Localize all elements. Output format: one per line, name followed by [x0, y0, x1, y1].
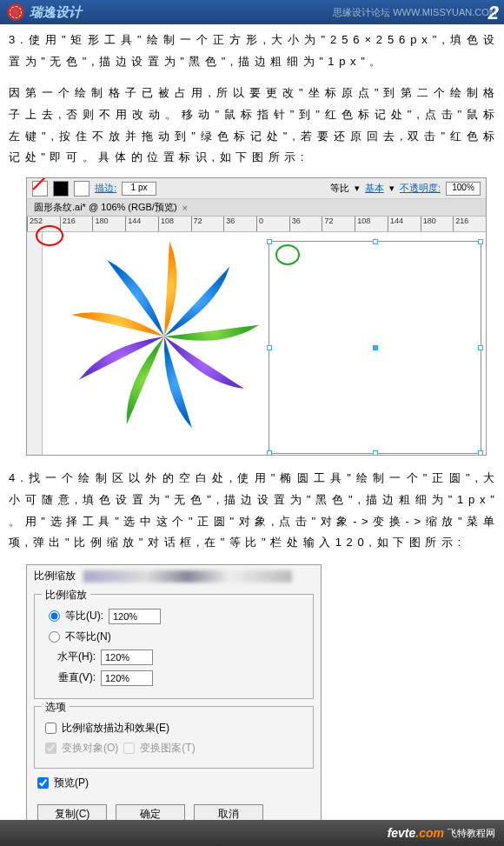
paragraph-step3: 3 . 使 用 " 矩 形 工 具 " 绘 制 一 个 正 方 形 , 大 小 … — [0, 24, 504, 77]
red-marker-icon — [36, 225, 63, 246]
page-number: 2 — [488, 2, 499, 24]
preview-checkbox[interactable] — [37, 777, 49, 789]
footer-brand1: fevte — [388, 826, 416, 840]
selection-rectangle[interactable] — [269, 241, 481, 454]
scale-fieldset: 比例缩放 等比(U): 不等比(N) 水平(H): 垂直(V): — [34, 594, 314, 699]
handle-icon[interactable] — [267, 345, 272, 350]
handle-icon[interactable] — [373, 450, 378, 456]
header-title: 瑞逸设计 — [30, 4, 82, 21]
illustrator-screenshot: 描边: 1 px 等比 ▾ 基本 ▾ 不透明度: 100% 圆形条纹.ai* @… — [26, 177, 487, 456]
horiz-input[interactable] — [101, 649, 153, 665]
page-header: 瑞逸设计 思缘设计论坛 WWW.MISSYUAN.COM 2 — [0, 0, 504, 24]
uniform-radio[interactable] — [49, 610, 60, 622]
handle-icon[interactable] — [373, 239, 378, 244]
nonuniform-radio[interactable] — [49, 631, 60, 643]
nonuniform-label: 不等比(N) — [65, 630, 111, 644]
scale-dialog: 比例缩放 比例缩放 等比(U): 不等比(N) 水平(H): 垂直(V): 选项… — [26, 564, 322, 835]
horiz-label: 水平(H): — [49, 649, 96, 664]
vertical-ruler[interactable] — [27, 232, 43, 455]
dialog-titlebar: 比例缩放 — [27, 565, 321, 587]
handle-icon[interactable] — [478, 345, 483, 350]
preview-label: 预览(P) — [54, 776, 89, 790]
document-tab[interactable]: 圆形条纹.ai* @ 106% (RGB/预览) × — [27, 199, 486, 216]
canvas-area[interactable] — [43, 232, 486, 455]
close-icon[interactable]: × — [182, 203, 188, 213]
handle-icon[interactable] — [478, 239, 483, 244]
ai-toolbar: 描边: 1 px 等比 ▾ 基本 ▾ 不透明度: 100% — [27, 178, 486, 199]
tab-title: 圆形条纹.ai* @ 106% (RGB/预览) — [34, 201, 177, 214]
scale-legend: 比例缩放 — [42, 588, 90, 603]
scale-strokes-label: 比例缩放描边和效果(E) — [62, 721, 169, 736]
titlebar-blur — [83, 570, 292, 583]
dialog-title-text: 比例缩放 — [34, 570, 76, 582]
swatch3-icon[interactable] — [74, 181, 90, 197]
spiral-artwork — [69, 241, 260, 432]
green-marker-icon — [275, 244, 300, 265]
options-fieldset: 选项 比例缩放描边和效果(E) 变换对象(O) 变换图案(T) — [34, 706, 314, 769]
stroke-label[interactable]: 描边: — [95, 182, 116, 195]
logo-icon — [7, 3, 24, 21]
footer-brand2: .com — [415, 826, 444, 840]
uniform-label: 等比(U): — [65, 609, 103, 623]
vert-label: 垂直(V): — [49, 670, 96, 685]
basic-dropdown[interactable]: 基本 — [365, 182, 384, 195]
transform-patterns-label: 变换图案(T) — [140, 741, 195, 756]
handle-icon[interactable] — [267, 239, 272, 244]
handle-icon[interactable] — [267, 450, 272, 456]
ratio-dropdown[interactable]: 等比 — [330, 182, 349, 195]
header-source: 思缘设计论坛 WWW.MISSYUAN.COM — [333, 6, 497, 19]
paragraph-step3b: 因 第 一 个 绘 制 格 子 已 被 占 用 , 所 以 要 更 改 " 坐 … — [0, 77, 504, 174]
opacity-input[interactable]: 100% — [446, 182, 481, 196]
horizontal-ruler[interactable]: 252 216 180 144 108 72 36 0 36 72 108 14… — [27, 216, 486, 232]
center-handle-icon[interactable] — [373, 345, 378, 350]
stroke-width-input[interactable]: 1 px — [122, 182, 156, 196]
paragraph-step4: 4 . 找 一 个 绘 制 区 以 外 的 空 白 处 , 使 用 " 椭 圆 … — [0, 463, 504, 559]
stroke-swatch-icon[interactable] — [53, 181, 69, 197]
transform-objects-label: 变换对象(O) — [62, 741, 118, 756]
transform-patterns-checkbox — [123, 743, 135, 754]
opacity-label[interactable]: 不透明度: — [400, 182, 441, 195]
options-legend: 选项 — [42, 700, 70, 715]
fill-swatch-icon[interactable] — [32, 181, 48, 197]
handle-icon[interactable] — [478, 450, 483, 456]
scale-strokes-checkbox[interactable] — [45, 723, 56, 734]
uniform-input[interactable] — [109, 609, 161, 624]
footer-subtitle: 飞特教程网 — [448, 827, 495, 840]
vert-input[interactable] — [101, 670, 153, 686]
transform-objects-checkbox — [45, 743, 56, 754]
page-footer: fevte.com 飞特教程网 — [0, 820, 504, 846]
